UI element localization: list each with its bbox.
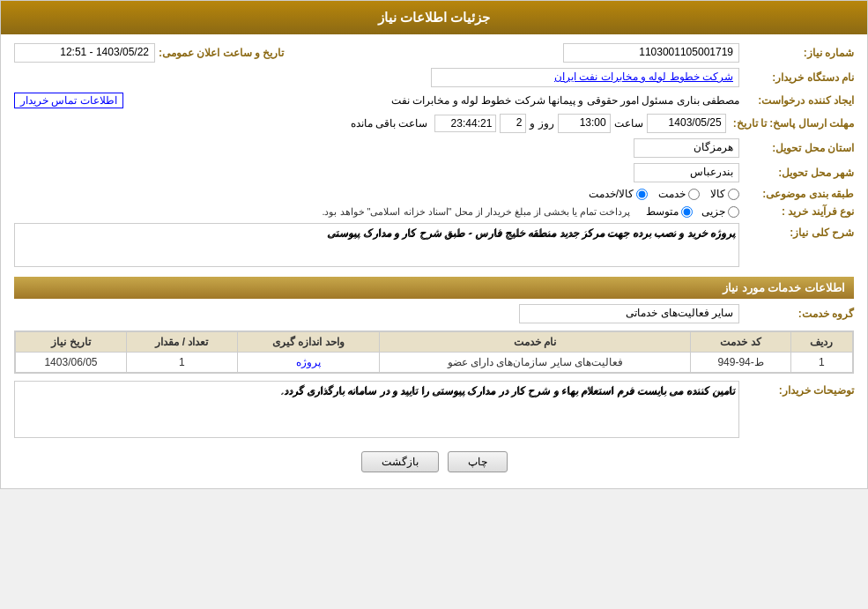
need-description-textarea[interactable] <box>14 223 739 267</box>
row-buyer-notes: توضیحات خریدار: تامین کننده می بایست فرم… <box>14 381 854 441</box>
deadline-remaining-label: ساعت باقی مانده <box>351 117 428 130</box>
page-header: جزئیات اطلاعات نیاز <box>1 1 867 34</box>
print-button[interactable]: چاپ <box>448 451 508 472</box>
row-deadline: مهلت ارسال پاسخ: تا تاریخ: 1403/05/25 سا… <box>14 114 854 133</box>
cell-row: 1 <box>790 353 852 373</box>
category-option-both: کالا/خدمت <box>589 188 648 200</box>
service-group-value: سایر فعالیت‌های خدماتی <box>519 304 739 323</box>
row-category: طبقه بندی موضوعی: کالا خدمت کالا/خدمت <box>14 188 854 200</box>
purchase-label-mottavasset: متوسط <box>646 205 679 218</box>
buyer-notes-wrapper: تامین کننده می بایست فرم استعلام بهاء و … <box>14 381 739 441</box>
creator-value: مصطفی بناری مسئول امور حقوقی و پیمانها ش… <box>123 94 739 107</box>
need-description-label: شرح کلی نیاز: <box>739 223 854 239</box>
services-table: ردیف کد خدمت نام خدمت واحد اندازه گیری ت… <box>15 331 853 373</box>
deadline-label: مهلت ارسال پاسخ: تا تاریخ: <box>726 117 854 130</box>
purchase-radio-mottavasset[interactable] <box>681 206 693 218</box>
deadline-remaining: 23:44:21 <box>434 115 496 132</box>
category-option-kala: کالا <box>710 188 739 200</box>
purchase-type-options: جزیی متوسط پرداخت تمام یا بخشی از مبلغ خ… <box>322 205 739 218</box>
public-announcement-label: تاریخ و ساعت اعلان عمومی: <box>155 47 284 59</box>
col-unit: واحد اندازه گیری <box>237 332 379 353</box>
need-number-value: 1103001105001719 <box>563 43 739 63</box>
buyer-notes-textarea[interactable] <box>14 381 739 438</box>
buyer-notes-label: توضیحات خریدار: <box>739 381 854 397</box>
public-announcement-value: 1403/05/22 - 12:51 <box>14 43 155 63</box>
row-service-group: گروه خدمت: سایر فعالیت‌های خدماتی <box>14 304 854 323</box>
deadline-days: 2 <box>500 114 526 133</box>
col-date: تاریخ نیاز <box>16 332 127 353</box>
cell-unit: پروژه <box>237 353 379 373</box>
purchase-type-mottavasset: متوسط <box>646 205 693 218</box>
purchase-label-jozi: جزیی <box>701 205 725 218</box>
cell-quantity: 1 <box>126 353 237 373</box>
page-title: جزئیات اطلاعات نیاز <box>378 10 490 25</box>
category-radio-khedmat[interactable] <box>688 189 700 200</box>
category-radio-both[interactable] <box>636 189 648 200</box>
need-description-wrapper: پروژه خرید و نصب برده جهت مرکز جدید منطق… <box>14 223 739 270</box>
col-service-code: کد خدمت <box>691 332 790 353</box>
need-number-label: شماره نیاز: <box>739 47 854 59</box>
creator-label: ایجاد کننده درخواست: <box>739 94 854 107</box>
deadline-time-label: ساعت <box>614 117 643 130</box>
row-need-description: شرح کلی نیاز: پروژه خرید و نصب برده جهت … <box>14 223 854 270</box>
back-button[interactable]: بازگشت <box>361 451 439 472</box>
delivery-province-value: هرمزگان <box>634 138 739 158</box>
main-content: شماره نیاز: 1103001105001719 تاریخ و ساع… <box>1 34 867 488</box>
page-wrapper: جزئیات اطلاعات نیاز شماره نیاز: 11030011… <box>0 0 868 489</box>
services-section-header: اطلاعات خدمات مورد نیاز <box>14 277 854 299</box>
cell-date: 1403/06/05 <box>16 353 127 373</box>
deadline-days-label: روز و <box>530 117 553 130</box>
delivery-city-label: شهر محل تحویل: <box>739 167 854 179</box>
purchase-type-jozi: جزیی <box>701 205 739 218</box>
service-group-label: گروه خدمت: <box>739 308 854 320</box>
buyer-org-label: نام دستگاه خریدار: <box>739 71 854 84</box>
cell-code: ط-94-949 <box>691 353 790 373</box>
purchase-radio-jozi[interactable] <box>728 206 739 218</box>
services-tbody: 1 ط-94-949 فعالیت‌های سایر سازمان‌های دا… <box>16 353 853 373</box>
purchase-type-note: پرداخت تمام یا بخشی از مبلغ خریدار از مح… <box>322 206 630 218</box>
category-label-khedmat: خدمت <box>658 188 686 200</box>
cell-name: فعالیت‌های سایر سازمان‌های دارای عضو <box>379 353 690 373</box>
category-radio-group: کالا خدمت کالا/خدمت <box>589 188 739 200</box>
buyer-org-value: شرکت خطوط لوله و مخابرات نفت ایران <box>431 68 739 87</box>
contact-link[interactable]: اطلاعات تماس خریدار <box>14 93 123 108</box>
row-creator: ایجاد کننده درخواست: مصطفی بناری مسئول ا… <box>14 93 854 108</box>
category-label: طبقه بندی موضوعی: <box>739 188 854 200</box>
button-row: چاپ بازگشت <box>14 451 854 472</box>
category-option-khedmat: خدمت <box>658 188 700 200</box>
col-row-number: ردیف <box>790 332 852 353</box>
deadline-date: 1403/05/25 <box>647 114 726 133</box>
row-purchase-type: نوع فرآیند خرید : جزیی متوسط پرداخت تمام… <box>14 205 854 218</box>
col-quantity: تعداد / مقدار <box>126 332 237 353</box>
table-header-row: ردیف کد خدمت نام خدمت واحد اندازه گیری ت… <box>16 332 853 353</box>
services-table-container: ردیف کد خدمت نام خدمت واحد اندازه گیری ت… <box>14 330 854 374</box>
table-row: 1 ط-94-949 فعالیت‌های سایر سازمان‌های دا… <box>16 353 853 373</box>
row-need-number: شماره نیاز: 1103001105001719 تاریخ و ساع… <box>14 43 854 63</box>
row-buyer-org: نام دستگاه خریدار: شرکت خطوط لوله و مخاب… <box>14 68 854 87</box>
category-radio-kala[interactable] <box>728 189 739 200</box>
row-city: شهر محل تحویل: بندرعباس <box>14 163 854 182</box>
deadline-time: 13:00 <box>558 114 611 133</box>
purchase-type-label: نوع فرآیند خرید : <box>739 205 854 218</box>
row-province: استان محل تحویل: هرمزگان <box>14 138 854 158</box>
delivery-province-label: استان محل تحویل: <box>739 142 854 154</box>
services-section-title: اطلاعات خدمات مورد نیاز <box>723 281 845 294</box>
category-label-both: کالا/خدمت <box>589 188 634 200</box>
category-label-kala: کالا <box>710 188 725 200</box>
col-service-name: نام خدمت <box>379 332 690 353</box>
delivery-city-value: بندرعباس <box>634 163 739 182</box>
